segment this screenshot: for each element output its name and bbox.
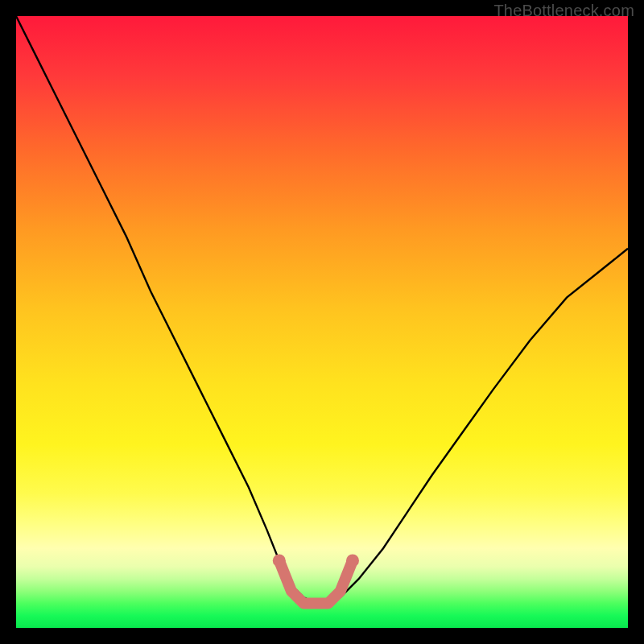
sweet-spot-end-dot bbox=[346, 554, 359, 567]
outer-frame: TheBottleneck.com bbox=[0, 0, 644, 644]
bottleneck-curve bbox=[16, 16, 628, 604]
chart-svg bbox=[16, 16, 628, 628]
sweet-spot-highlight bbox=[279, 560, 353, 603]
watermark-text: TheBottleneck.com bbox=[493, 2, 634, 20]
sweet-spot-end-dot bbox=[273, 554, 286, 567]
plot-area bbox=[16, 16, 628, 628]
